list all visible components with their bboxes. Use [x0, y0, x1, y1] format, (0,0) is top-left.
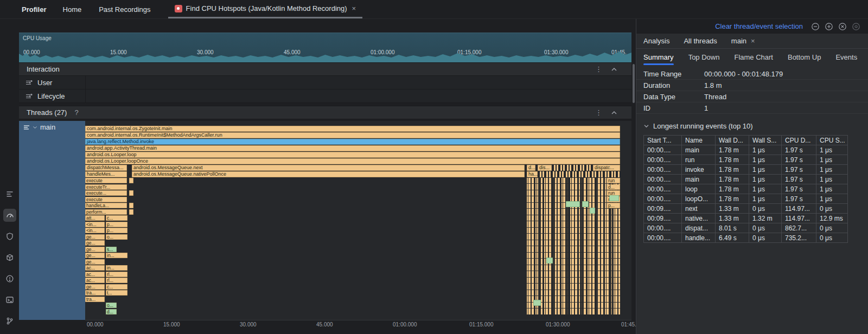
flame-frame[interactable]: ge... [85, 247, 105, 252]
flame-frame[interactable]: android.os.Looper.loop [85, 152, 620, 158]
flame-frame[interactable]: rl... [106, 272, 127, 277]
flame-frame[interactable] [129, 190, 133, 196]
flame-frame[interactable]: t... [106, 290, 127, 296]
event-row[interactable]: 00:00....dispat...8.01 s0 μs862.7...0 μs [644, 223, 848, 233]
flame-frame[interactable]: in... [106, 253, 127, 258]
subtab-events[interactable]: Events [835, 49, 857, 65]
track-row-user[interactable]: User [19, 76, 631, 89]
flame-frame[interactable]: ha... [527, 171, 538, 177]
logcat-icon[interactable] [3, 188, 16, 201]
track-row-lifecycle[interactable]: Lifecycle [19, 89, 631, 103]
tab-analysis[interactable]: Analysis [643, 37, 669, 45]
flame-frame[interactable]: ac... [85, 272, 105, 277]
flame-frame-green[interactable] [566, 201, 580, 207]
flame-frames-dense[interactable] [540, 171, 620, 177]
app-inspection-icon[interactable] [3, 251, 16, 264]
flame-frame[interactable]: execute [85, 197, 127, 202]
collapse-icon[interactable] [611, 65, 617, 73]
subtab-top-down[interactable]: Top Down [688, 49, 720, 65]
flame-frame[interactable]: execute... [85, 190, 127, 196]
column-header[interactable]: CPU S... [816, 136, 848, 145]
flame-frame[interactable]: <in... [85, 228, 105, 233]
flame-frame[interactable]: s... [106, 247, 117, 252]
kebab-menu-icon[interactable]: ⋮ [595, 108, 602, 117]
subtab-summary[interactable]: Summary [643, 49, 674, 65]
column-header[interactable]: CPU D... [782, 136, 816, 145]
clear-selection-link[interactable]: Clear thread/event selection [715, 22, 803, 30]
vertical-scrollbar[interactable] [631, 33, 636, 334]
flame-frame[interactable] [129, 209, 133, 215]
cpu-usage-track[interactable]: CPU Usage 00.000 15.000 30.000 45.000 01… [19, 33, 631, 62]
zoom-in-icon[interactable] [825, 22, 833, 31]
help-icon[interactable]: ? [74, 108, 78, 117]
subtab-flame-chart[interactable]: Flame Chart [734, 49, 773, 65]
flame-frame[interactable]: p... [106, 222, 127, 227]
flame-frame[interactable]: execute [85, 178, 127, 183]
flame-frame[interactable] [129, 178, 133, 183]
flame-frame[interactable]: d... [106, 309, 117, 314]
version-control-icon[interactable] [3, 314, 16, 327]
flame-frame[interactable]: p... [607, 203, 620, 208]
flame-frame[interactable]: ac... [85, 265, 105, 271]
reset-zoom-icon[interactable] [838, 22, 847, 31]
flame-frame-selected[interactable]: java.lang.reflect.Method.invoke [85, 139, 620, 145]
app-quality-insights-icon[interactable] [3, 230, 16, 243]
flame-frame-green[interactable] [533, 300, 541, 306]
flame-frame[interactable] [129, 203, 133, 208]
flame-frame[interactable]: ge... [85, 284, 105, 290]
event-row[interactable]: 00:00....loopO...1.78 m1 μs1.97 s1 μs [644, 194, 848, 204]
flame-frame[interactable]: o... [106, 303, 117, 308]
tab-main-thread[interactable]: main × [731, 37, 755, 45]
event-row[interactable]: 00:00....invoke1.78 m1 μs1.97 s1 μs [644, 165, 848, 175]
flame-frame-green[interactable] [582, 201, 589, 207]
flame-frame[interactable]: tra... [85, 290, 105, 296]
flame-frame[interactable]: o... [106, 234, 127, 240]
flame-frame[interactable]: dispatc... [593, 165, 620, 171]
tab-home[interactable]: Home [63, 5, 82, 14]
scrollbar-thumb[interactable] [633, 64, 635, 103]
flame-frame[interactable]: android.os.Looper.loopOnce [85, 158, 620, 164]
flame-frame[interactable]: run [607, 178, 620, 183]
flame-frame-green[interactable] [546, 258, 553, 264]
column-header[interactable]: Wall S... [749, 136, 782, 145]
event-row[interactable]: 00:00....main1.78 m1 μs1.97 s1 μs [644, 175, 848, 184]
kebab-menu-icon[interactable]: ⋮ [595, 65, 602, 73]
event-row[interactable]: 00:00....loop1.78 m1 μs1.97 s1 μs [644, 184, 848, 194]
flame-frame[interactable]: android.app.ActivityThread.main [85, 145, 620, 151]
tab-session-recording[interactable]: Find CPU Hotspots (Java/Kotlin Method Re… [168, 0, 363, 18]
flame-frames-dense[interactable] [527, 178, 620, 314]
flame-frame[interactable]: executeTr... [85, 184, 127, 190]
flame-frame[interactable]: handleLa... [85, 203, 127, 208]
thread-row-main[interactable]: main [19, 121, 85, 320]
flame-frame[interactable]: ac... [85, 278, 105, 283]
flame-frame[interactable]: c... [106, 215, 127, 221]
flame-frame[interactable]: android.os.MessageQueue.next [132, 165, 525, 171]
longest-events-header[interactable]: Longest running events (top 10) [643, 122, 861, 130]
event-row[interactable]: 00:09....native...1.33 m1.32 m114.97...1… [644, 214, 848, 223]
flame-frame[interactable]: ge... [85, 240, 105, 246]
event-row[interactable]: 00:00....handle...6.49 s0 μs735.2...0 μs [644, 233, 848, 243]
flame-frame[interactable]: att... [85, 215, 105, 221]
flame-frame[interactable]: perform... [85, 209, 127, 215]
close-icon[interactable]: × [352, 4, 356, 12]
flame-frames-dense[interactable] [554, 165, 591, 171]
terminal-icon[interactable] [3, 293, 16, 306]
flame-frame-green[interactable] [590, 208, 595, 214]
flame-frame[interactable]: com.android.internal.os.RuntimeInit$Meth… [85, 132, 620, 138]
flame-frame[interactable]: p... [106, 228, 127, 233]
flame-frame[interactable]: android.os.MessageQueue.nativePollOnce [132, 171, 525, 177]
column-header[interactable]: Wall D... [716, 136, 749, 145]
flame-frame[interactable]: dis... [538, 165, 552, 171]
zoom-to-selection-icon[interactable] [852, 22, 860, 31]
flame-frame[interactable]: ge... [85, 259, 105, 265]
flame-frame[interactable]: in... [106, 265, 127, 271]
event-row[interactable]: 00:00....main1.78 m1 μs1.97 s1 μs [644, 145, 848, 155]
column-header[interactable]: Name [682, 136, 716, 145]
flame-frame[interactable]: c... [106, 284, 127, 290]
flame-frame[interactable]: d... [527, 165, 535, 171]
flame-frame[interactable]: ge... [85, 234, 105, 240]
flame-frame[interactable]: dispatchMessa... [85, 165, 127, 171]
subtab-bottom-up[interactable]: Bottom Up [788, 49, 821, 65]
flame-frame-green[interactable] [609, 195, 619, 201]
flame-frame[interactable]: handleMes... [85, 171, 127, 177]
